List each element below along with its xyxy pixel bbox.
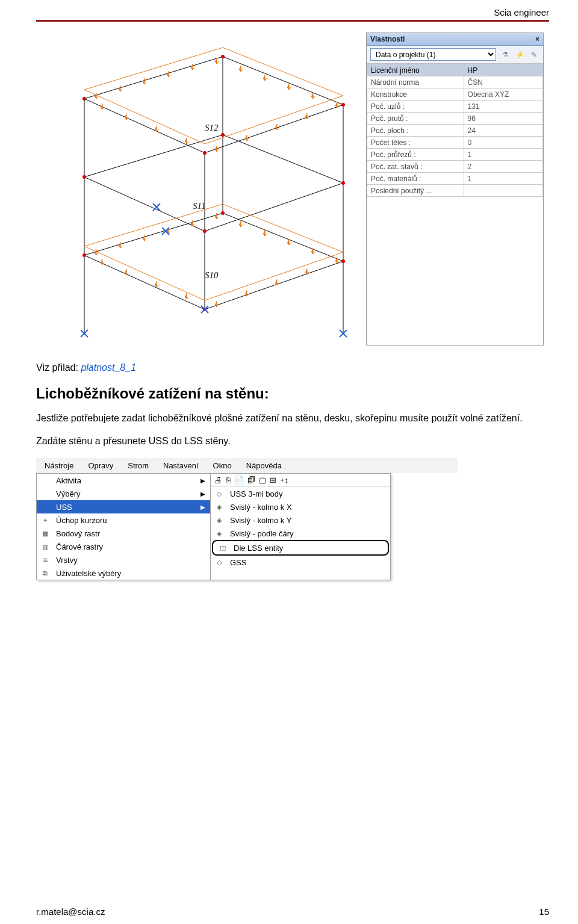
submenu-item-dle-lss-entity[interactable]: ◫Dle LSS entity [214,541,388,554]
property-row[interactable]: Počet těles :0 [367,137,543,149]
property-value [464,185,542,197]
toolbar-icon[interactable]: ⎘ [226,476,231,485]
property-row[interactable]: Poč. ploch :24 [367,125,543,137]
submenu-item-uss-3-mi-body[interactable]: ◇USS 3-mi body [211,487,390,500]
property-value: 24 [464,125,542,137]
property-value: 1 [464,149,542,161]
menu-item--rov-rastry[interactable]: ▥Čárové rastry [37,540,210,553]
property-label: Poč. ploch : [367,125,464,137]
menu-bar: NástrojeOpravyStromNastaveníOknoNápověda [36,458,458,473]
label-s11: S11 [193,201,205,211]
svg-point-20 [221,133,225,137]
menu-bar-item[interactable]: Nástroje [39,460,79,471]
property-label: Poč. materiálů : [367,173,464,185]
menu-bar-item[interactable]: Strom [122,460,155,471]
menu-item-icon [39,501,51,512]
submenu-item-svisl-kolmo-k-x[interactable]: ◈Svislý - kolmo k X [211,500,390,513]
menu-item-label: Bodový rastr [56,529,205,538]
property-label: Poč. uzlů : [367,101,464,113]
property-label: Konstrukce [367,88,464,101]
svg-line-10 [84,90,205,144]
property-label: Poč. průřezů : [367,149,464,161]
toolbar-icon[interactable]: 🖨 [214,476,222,485]
chevron-right-icon: ▶ [200,477,205,484]
property-label: Poč. zat. stavů : [367,161,464,173]
menu-item-uss[interactable]: USS▶ [37,500,210,513]
project-data-select[interactable]: Data o projektu (1) [370,48,496,61]
property-value: HP [464,64,542,76]
menu-item-label: Úchop kurzoru [56,516,205,525]
svg-line-14 [84,246,205,300]
menu-bar-item[interactable]: Opravy [82,460,119,471]
toolbar-icon[interactable]: ▢ [259,476,266,485]
toolbar-icon[interactable]: 🗐 [247,476,255,485]
svg-point-25 [341,259,345,263]
menu-item-label: Čárové rastry [56,542,205,551]
property-row[interactable]: Poč. zat. stavů :2 [367,161,543,173]
submenu-item-icon: ◈ [213,528,225,539]
submenu-item-svisl-podle-ry[interactable]: ◈Svislý - podle čáry [211,527,390,540]
menu-item-bodov-rastr[interactable]: ▦Bodový rastr [37,527,210,540]
menu-screenshot: NástrojeOpravyStromNastaveníOknoNápověda… [36,458,458,580]
edit-icon[interactable]: ✎ [529,49,539,60]
submenu-item-label: Svislý - podle čáry [230,529,385,538]
submenu-item-label: Svislý - kolmo k X [230,503,385,512]
submenu-toolbar: 🖨⎘📄🗐▢⊞+↕ [211,474,390,487]
menu-item-label: Uživatelské výběry [56,569,205,578]
structure-svg [36,33,361,346]
toolbar-icon[interactable]: 📄 [234,476,244,485]
svg-point-16 [221,55,225,58]
svg-marker-2 [84,213,343,309]
property-value: 2 [464,161,542,173]
viz-line: Viz přilad: platnost_8_1 [36,362,549,373]
properties-grid: Licenční jménoHPNárodní normaČSNKonstruk… [367,64,543,197]
submenu-item-svisl-kolmo-k-y[interactable]: ◈Svislý - kolmo k Y [211,513,390,527]
svg-point-21 [341,181,345,185]
menu-item--chop-kurzoru[interactable]: ⌖Úchop kurzoru [37,513,210,527]
svg-line-9 [205,96,343,144]
property-row[interactable]: Poč. uzlů :131 [367,101,543,113]
menu-item-v-b-ry[interactable]: Výběry▶ [37,487,210,500]
label-s10: S10 [205,270,219,281]
property-row[interactable]: Poč. prutů :96 [367,113,543,125]
menu-bar-item[interactable]: Nápověda [240,460,288,471]
property-row[interactable]: Licenční jménoHP [367,64,543,76]
property-label: Poslední použitý ... [367,185,464,197]
property-value: 1 [464,173,542,185]
menu-bar-item[interactable]: Nastavení [157,460,205,471]
footer: r.matela@scia.cz 15 [36,907,549,917]
chevron-right-icon: ▶ [200,491,205,497]
property-row[interactable]: Poslední použitý ... [367,185,543,197]
menu-item-vrstvy[interactable]: ≋Vrstvy [37,553,210,566]
property-label: Poč. prutů : [367,113,464,125]
close-icon[interactable]: × [535,35,539,43]
property-row[interactable]: Národní normaČSN [367,76,543,88]
property-value: 0 [464,137,542,149]
menu-item-icon: ≋ [39,554,51,565]
page-header: Scia engineer [36,7,549,19]
menu-item-u-ivatelsk-v-b-ry[interactable]: ⧉Uživatelské výběry [37,566,210,580]
footer-email: r.matela@scia.cz [36,907,105,917]
menu-item-aktivita[interactable]: Aktivita▶ [37,474,210,487]
svg-point-18 [203,151,207,155]
svg-marker-0 [84,57,343,153]
header-divider [36,20,549,22]
submenu-item-icon: ◈ [213,515,225,526]
svg-line-13 [205,252,343,300]
bolt-icon[interactable]: ⚡ [514,49,525,60]
property-row[interactable]: Poč. materiálů :1 [367,173,543,185]
property-row[interactable]: Poč. průřezů :1 [367,149,543,161]
chevron-right-icon: ▶ [200,504,205,510]
toolbar-icon[interactable]: ⊞ [270,476,276,485]
menu-right-column: 🖨⎘📄🗐▢⊞+↕ ◇USS 3-mi body◈Svislý - kolmo k… [210,473,391,580]
menu-item-label: Aktivita [56,476,196,485]
menu-item-icon [39,488,51,499]
menu-bar-item[interactable]: Okno [207,460,238,471]
property-row[interactable]: KonstrukceObecná XYZ [367,88,543,101]
menu-item-label: Vrstvy [56,556,205,565]
submenu-item-gss[interactable]: ◇GSS [211,556,390,569]
submenu-item-icon: ◇ [213,488,225,499]
toolbar-icon[interactable]: +↕ [280,476,288,485]
footer-page: 15 [539,907,549,917]
funnel-icon[interactable]: ⚗ [500,49,511,60]
